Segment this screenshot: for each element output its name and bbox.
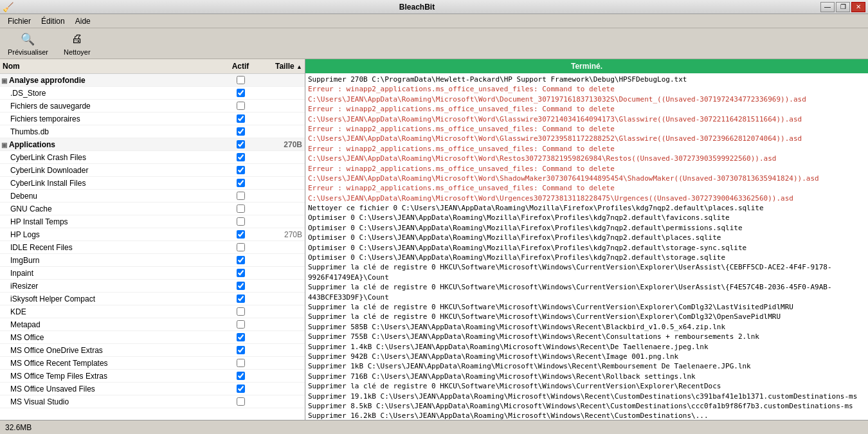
tree-item[interactable]: ▣Applications270B: [0, 138, 305, 151]
clean-button[interactable]: 🖨 Nettoyer: [61, 30, 93, 57]
tree-item[interactable]: Inpaint: [0, 267, 305, 280]
tree-item[interactable]: Thumbs.db: [0, 125, 305, 138]
item-checkbox[interactable]: [237, 307, 245, 316]
item-checkbox[interactable]: [237, 153, 245, 161]
group-checkbox[interactable]: [237, 76, 245, 84]
tree-item[interactable]: Fichiers temporaires: [0, 113, 305, 125]
tree-item[interactable]: Debenu: [0, 190, 305, 203]
tree-item[interactable]: HP Logs270B: [0, 228, 305, 241]
clean-icon: 🖨: [69, 32, 85, 47]
window-title: BleachBit: [14, 3, 820, 12]
sort-icon: ▲: [296, 64, 302, 70]
log-line: Erreur : winapp2_applications.ms_office_…: [308, 104, 865, 124]
close-button[interactable]: ✕: [851, 2, 865, 12]
main-area: Nom Actif Taille ▲ ▣Analyse approfondie.…: [0, 59, 868, 420]
tree-item[interactable]: MS Office Recent Templates: [0, 357, 305, 370]
log-line: Supprimer 8.5kB C:\Users\JEAN\AppData\Ro…: [308, 401, 865, 411]
item-checkbox[interactable]: [237, 359, 245, 367]
item-checkbox[interactable]: [237, 372, 245, 380]
log-line: Supprimer 19.1kB C:\Users\JEAN\AppData\R…: [308, 392, 865, 401]
tree-item[interactable]: MS Office: [0, 331, 305, 344]
tree-item[interactable]: iSkysoft Helper Compact: [0, 293, 305, 305]
item-checkbox[interactable]: [237, 102, 245, 110]
tree-item[interactable]: ▣Analyse approfondie: [0, 74, 305, 87]
log-line: Supprimer 16.2kB C:\Users\JEAN\AppData\R…: [308, 411, 865, 420]
tree-item[interactable]: Metapad: [0, 318, 305, 331]
item-checkbox[interactable]: [237, 256, 245, 264]
col-header-actif: Actif: [221, 60, 260, 72]
tree-item[interactable]: Fichiers de sauvegarde: [0, 100, 305, 113]
item-checkbox[interactable]: [237, 127, 245, 136]
item-checkbox[interactable]: [237, 320, 245, 329]
item-checkbox[interactable]: [237, 114, 245, 123]
log-line: Optimiser 0 C:\Users\JEAN\AppData\Roamin…: [308, 253, 865, 262]
log-line: Supprimer 755B C:\Users\JEAN\AppData\Roa…: [308, 332, 865, 341]
minimize-button[interactable]: —: [820, 2, 835, 12]
total-size: 32.6MB: [5, 423, 32, 432]
preview-label: Prévisualiser: [8, 48, 48, 56]
item-checkbox[interactable]: [237, 397, 245, 406]
item-checkbox[interactable]: [237, 243, 245, 251]
log-line: Supprimer 716B C:\Users\JEAN\AppData\Roa…: [308, 372, 865, 381]
tree-item[interactable]: MS Office Temp Files Extras: [0, 370, 305, 383]
status-bar: 32.6MB: [0, 420, 868, 434]
tree-item[interactable]: CyberLink Crash Files: [0, 151, 305, 164]
tree-item[interactable]: ImgBurn: [0, 254, 305, 267]
tree-item[interactable]: iResizer: [0, 280, 305, 293]
log-line: Erreur : winapp2_applications.ms_office_…: [308, 164, 865, 184]
preview-button[interactable]: 🔍 Prévisualiser: [5, 30, 51, 57]
item-checkbox[interactable]: [237, 346, 245, 354]
log-area[interactable]: Supprimer 270B C:\ProgramData\Hewlett-Pa…: [305, 73, 868, 420]
tree-item[interactable]: CyberLink Downloader: [0, 164, 305, 177]
menu-bar: Fichier Édition Aide: [0, 14, 868, 28]
log-line: Supprimer 1kB C:\Users\JEAN\AppData\Roam…: [308, 361, 865, 371]
group-checkbox[interactable]: [237, 140, 245, 149]
item-checkbox[interactable]: [237, 282, 245, 290]
tree-item[interactable]: KDE: [0, 305, 305, 318]
log-line: Optimiser 0 C:\Users\JEAN\AppData\Roamin…: [308, 233, 865, 242]
window-controls: — ❐ ✕: [820, 2, 865, 12]
menu-fichier[interactable]: Fichier: [3, 15, 36, 27]
log-line: Supprimer la clé de registre 0 HKCU\Soft…: [308, 262, 865, 282]
left-panel: Nom Actif Taille ▲ ▣Analyse approfondie.…: [0, 59, 305, 420]
item-checkbox[interactable]: [237, 333, 245, 341]
log-line: Optimiser 0 C:\Users\JEAN\AppData\Roamin…: [308, 223, 865, 233]
menu-edition[interactable]: Édition: [36, 15, 70, 27]
item-checkbox[interactable]: [237, 269, 245, 277]
tree-item[interactable]: GNU Cache: [0, 203, 305, 215]
item-checkbox[interactable]: [237, 166, 245, 174]
maximize-button[interactable]: ❐: [836, 2, 850, 12]
app-icon: 🧹: [3, 2, 14, 12]
title-bar: 🧹 BleachBit — ❐ ✕: [0, 0, 868, 14]
status-completed: Terminé.: [305, 59, 868, 73]
col-header-nom: Nom: [0, 60, 221, 72]
item-checkbox[interactable]: [237, 384, 245, 393]
log-line: Supprimer la clé de registre 0 HKCU\Soft…: [308, 302, 865, 312]
tree-item[interactable]: MS Office OneDrive Extras: [0, 344, 305, 357]
menu-aide[interactable]: Aide: [70, 15, 96, 27]
log-line: Supprimer la clé de registre 0 HKCU\Soft…: [308, 282, 865, 302]
log-line: Supprimer 942B C:\Users\JEAN\AppData\Roa…: [308, 352, 865, 361]
item-checkbox[interactable]: [237, 217, 245, 226]
tree-item[interactable]: .DS_Store: [0, 87, 305, 100]
col-header-taille: Taille ▲: [260, 60, 305, 72]
tree-item[interactable]: IDLE Recent Files: [0, 241, 305, 254]
log-line: Optimiser 0 C:\Users\JEAN\AppData\Roamin…: [308, 243, 865, 253]
item-checkbox[interactable]: [237, 89, 245, 97]
item-checkbox[interactable]: [237, 230, 245, 239]
column-headers: Nom Actif Taille ▲: [0, 59, 305, 74]
item-checkbox[interactable]: [237, 192, 245, 200]
tree-item[interactable]: MS Visual Studio: [0, 395, 305, 408]
tree-item[interactable]: CyberLink Install Files: [0, 177, 305, 190]
toolbar: 🔍 Prévisualiser 🖨 Nettoyer: [0, 28, 868, 59]
item-checkbox[interactable]: [237, 179, 245, 187]
log-line: Erreur : winapp2_applications.ms_office_…: [308, 84, 865, 104]
item-checkbox[interactable]: [237, 294, 245, 303]
log-line: Supprimer 1.4kB C:\Users\JEAN\AppData\Ro…: [308, 342, 865, 352]
log-line: Supprimer 585B C:\Users\JEAN\AppData\Roa…: [308, 322, 865, 332]
tree-area[interactable]: ▣Analyse approfondie.DS_StoreFichiers de…: [0, 74, 305, 420]
item-checkbox[interactable]: [237, 204, 245, 213]
tree-item[interactable]: MS Office Unsaved Files: [0, 383, 305, 395]
tree-item[interactable]: HP Install Temps: [0, 215, 305, 228]
clean-label: Nettoyer: [64, 48, 91, 56]
